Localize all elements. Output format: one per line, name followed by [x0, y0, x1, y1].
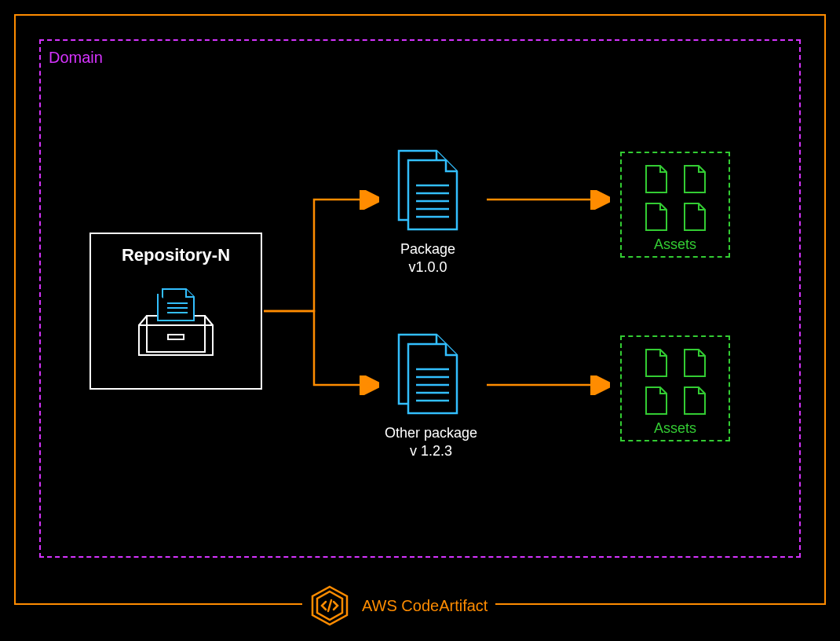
service-badge: AWS CodeArtifact — [302, 584, 495, 627]
service-label: AWS CodeArtifact — [362, 597, 488, 615]
svg-line-22 — [328, 600, 331, 611]
codeartifact-icon — [310, 584, 349, 627]
arrows-overlay — [0, 0, 840, 641]
